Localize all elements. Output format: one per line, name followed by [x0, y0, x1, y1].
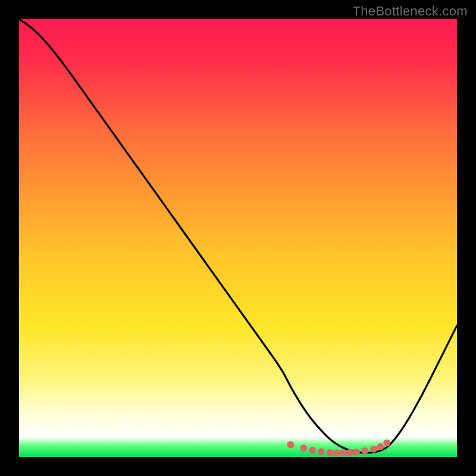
marker-dot	[353, 449, 360, 456]
marker-dot	[340, 449, 347, 456]
marker-dot	[383, 439, 390, 446]
marker-dot	[361, 447, 368, 455]
bottleneck-curve	[19, 19, 457, 453]
watermark-text: TheBottleneck.com	[353, 4, 468, 19]
highlight-markers	[287, 439, 390, 456]
marker-dot	[327, 449, 334, 456]
marker-dot	[370, 446, 377, 453]
chart-plot-area	[19, 19, 457, 457]
marker-dot	[309, 447, 316, 454]
marker-dot	[346, 449, 353, 456]
curve-layer	[19, 19, 457, 457]
marker-dot	[377, 443, 384, 450]
marker-dot	[300, 444, 307, 452]
marker-dot	[287, 441, 294, 448]
marker-dot	[333, 449, 340, 456]
marker-dot	[318, 448, 325, 455]
